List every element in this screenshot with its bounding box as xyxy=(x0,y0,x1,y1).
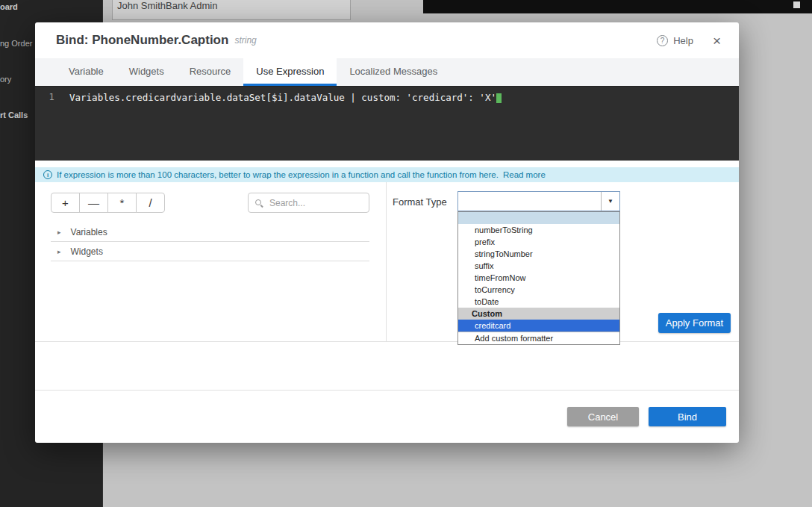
expression-code-line: Variables.credicardvariable.dataSet[$i].… xyxy=(69,92,502,103)
dialog-tabs: Variable Widgets Resource Use Expression… xyxy=(35,58,739,86)
editor-caret xyxy=(496,93,502,103)
page-background: oard ng Order ory rt Calls John SmithBan… xyxy=(0,0,812,507)
dropdown-option-creditcard[interactable]: creditcard xyxy=(458,320,619,332)
info-icon: i xyxy=(43,170,52,179)
dropdown-group-custom: Custom xyxy=(458,308,619,320)
dialog-content: + — * / ▸ Variables ▸ Widgets xyxy=(35,182,739,342)
tree-item-variables[interactable]: ▸ Variables xyxy=(51,223,369,242)
dropdown-option-suffix[interactable]: suffix xyxy=(458,260,619,272)
help-button[interactable]: ? Help xyxy=(657,35,693,46)
tab-widgets[interactable]: Widgets xyxy=(116,58,177,86)
search-input[interactable] xyxy=(268,197,363,209)
editor-line-number: 1 xyxy=(35,87,68,161)
dropdown-option-to-currency[interactable]: toCurrency xyxy=(458,284,619,296)
dialog-header: Bind: PhoneNumber.Caption string ? Help … xyxy=(35,22,739,58)
tab-localized-messages[interactable]: Localized Messages xyxy=(337,58,450,86)
search-icon xyxy=(254,199,263,208)
help-icon: ? xyxy=(657,35,668,46)
info-bar: i If expression is more than 100 charact… xyxy=(35,167,739,182)
expression-builder-panel: + — * / ▸ Variables ▸ Widgets xyxy=(35,182,386,341)
dropdown-option-to-date[interactable]: toDate xyxy=(458,296,619,308)
dropdown-arrow-icon: ▼ xyxy=(601,192,619,211)
search-field[interactable] xyxy=(248,193,369,213)
tree-item-label: Widgets xyxy=(71,246,103,257)
tree-item-widgets[interactable]: ▸ Widgets xyxy=(51,242,369,261)
dropdown-option-time-from-now[interactable]: timeFromNow xyxy=(458,272,619,284)
tree-item-label: Variables xyxy=(71,227,107,237)
dropdown-option-string-to-number[interactable]: stringToNumber xyxy=(458,248,619,260)
chevron-right-icon: ▸ xyxy=(57,228,61,236)
bind-button[interactable]: Bind xyxy=(649,407,726,426)
add-operator-button[interactable]: + xyxy=(51,193,80,213)
dropdown-option-add-custom-formatter[interactable]: Add custom formatter xyxy=(458,332,619,344)
format-type-dropdown: numberToString prefix stringToNumber suf… xyxy=(457,211,620,345)
dropdown-option-blank[interactable] xyxy=(458,212,619,224)
chevron-right-icon: ▸ xyxy=(57,248,61,255)
subtract-operator-button[interactable]: — xyxy=(79,193,108,213)
help-label: Help xyxy=(673,35,693,46)
multiply-operator-button[interactable]: * xyxy=(107,193,137,213)
cancel-button[interactable]: Cancel xyxy=(567,407,639,426)
dropdown-option-number-to-string[interactable]: numberToString xyxy=(458,224,619,236)
read-more-link[interactable]: Read more xyxy=(503,170,546,179)
close-icon[interactable]: × xyxy=(713,34,721,48)
tab-use-expression[interactable]: Use Expression xyxy=(243,58,337,86)
dialog-footer: Cancel Bind xyxy=(35,390,739,443)
format-type-select[interactable]: ▼ xyxy=(457,191,620,211)
dialog-title: Bind: PhoneNumber.Caption xyxy=(56,33,228,48)
format-type-label: Format Type xyxy=(393,196,447,208)
format-panel: Format Type ▼ numberToString prefix stri… xyxy=(386,182,739,341)
bind-dialog: Bind: PhoneNumber.Caption string ? Help … xyxy=(35,22,739,443)
tab-variable[interactable]: Variable xyxy=(56,58,116,86)
expression-code: Variables.credicardvariable.dataSet[$i].… xyxy=(69,92,496,103)
operator-button-group: + — * / xyxy=(51,193,165,213)
divide-operator-button[interactable]: / xyxy=(136,193,165,213)
dialog-subtitle: string xyxy=(234,35,256,46)
dropdown-option-prefix[interactable]: prefix xyxy=(458,236,619,248)
expression-editor[interactable]: 1 Variables.credicardvariable.dataSet[$i… xyxy=(35,86,739,161)
tab-resource[interactable]: Resource xyxy=(177,58,244,86)
apply-format-button[interactable]: Apply Format xyxy=(658,313,731,333)
info-text: If expression is more than 100 character… xyxy=(57,170,499,179)
